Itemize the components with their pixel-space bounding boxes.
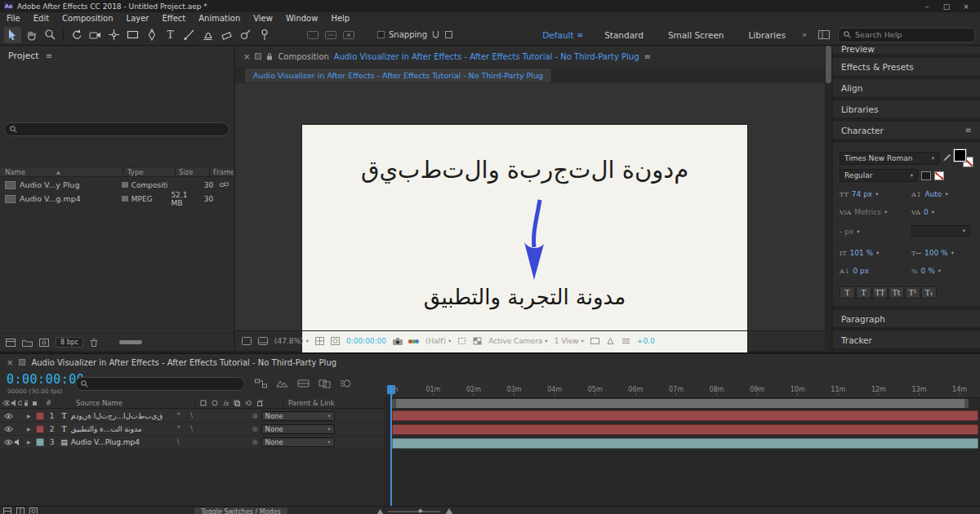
shape-tool[interactable] <box>124 27 141 43</box>
zoom-in-icon[interactable] <box>445 507 453 514</box>
composition-nav-tab[interactable]: Audio Visualizer in After Effects - Afte… <box>245 69 551 82</box>
pen-tool[interactable] <box>143 27 160 43</box>
view-layout-dropdown[interactable]: 1 View ▾ <box>555 337 584 345</box>
eraser-tool[interactable] <box>218 27 235 43</box>
column-header-label-color[interactable] <box>28 401 41 406</box>
type-style-toggle[interactable]: T <box>856 286 871 299</box>
panel-menu-icon[interactable]: ≡ <box>46 51 52 60</box>
project-item-row[interactable]: Audio V...y Plug Composition 30 <box>0 178 234 192</box>
magnification-dropdown[interactable]: (47.8%) ▾ <box>274 337 309 345</box>
workspace-tab[interactable]: Small Screen <box>668 30 728 40</box>
interpret-footage-icon[interactable] <box>6 339 16 347</box>
eye-icon[interactable] <box>3 439 13 445</box>
horizontal-scale-control[interactable]: T↔ 100 % ▾ <box>911 249 954 257</box>
column-header-number[interactable]: # <box>41 399 56 407</box>
layer-color-chip[interactable] <box>36 438 44 446</box>
right-panel-scrollbar[interactable] <box>826 46 831 351</box>
roto-brush-tool[interactable] <box>237 27 254 43</box>
snapshot-camera-icon[interactable] <box>393 338 403 345</box>
current-time-button[interactable]: 0:00:00:00 <box>346 337 386 345</box>
panel-header[interactable]: Align <box>833 79 980 96</box>
playhead[interactable] <box>390 385 392 506</box>
color-depth-button[interactable]: 8 bpc <box>56 337 83 348</box>
panel-menu-icon[interactable]: ≡ <box>965 126 972 135</box>
shy-layers-icon[interactable] <box>297 379 310 388</box>
type-style-toggle[interactable]: T <box>840 286 855 299</box>
transparency-grid-icon[interactable] <box>473 337 482 345</box>
lock-icon[interactable] <box>266 52 273 60</box>
stroke-width-control[interactable]: - px ▾ <box>840 228 859 236</box>
parent-dropdown[interactable]: None ▾ <box>261 411 335 421</box>
composition-viewer[interactable]: م‌د‌و‌ن‌ة ا‌ل‌ت‌ج‌ر‌ب‌ة و‌ا‌ل‌ت‌ط‌ب‌ي‌ق … <box>235 83 825 330</box>
snap-frame-icon[interactable] <box>444 30 453 39</box>
pickwhip-icon[interactable]: ◎ <box>252 425 258 432</box>
resolution-dropdown[interactable]: (Half) ▾ <box>425 337 451 345</box>
zoom-out-icon[interactable] <box>377 508 383 514</box>
parent-dropdown[interactable]: None ▾ <box>261 424 335 434</box>
font-size-control[interactable]: TT 74 px ▾ <box>840 190 878 198</box>
motion-blur-icon[interactable] <box>340 379 352 388</box>
new-composition-icon[interactable] <box>39 339 49 347</box>
type-style-toggle[interactable]: TT <box>872 286 888 299</box>
layer-switches[interactable]: * \ <box>177 412 252 419</box>
exposure-value[interactable]: +0.0 <box>637 337 655 345</box>
timeline-tab[interactable]: × Audio Visualizer in After Effects - Af… <box>0 354 980 370</box>
layer-name[interactable]: ق‌ي‌ب‌ط‌ت‌ل‌ا...ر‌ج‌ت‌ل‌ا ة‌ن‌و‌د‌م <box>71 412 174 420</box>
menu-item[interactable]: Composition <box>56 12 119 24</box>
fill-over-stroke-swatch[interactable] <box>921 171 931 180</box>
type-style-toggle[interactable]: T₁ <box>921 286 937 299</box>
work-area-bar[interactable] <box>392 399 969 408</box>
menu-item[interactable]: Layer <box>120 12 156 24</box>
baseline-shift-control[interactable]: A↓ 0 px <box>840 267 869 275</box>
pan-behind-tool[interactable] <box>105 27 122 43</box>
layer-color-chip[interactable] <box>36 425 44 433</box>
column-header-name[interactable]: Name ▲ <box>0 168 122 176</box>
timeline-layer-row[interactable]: ▶ 2 T مدونة الت...ة والتطبيق * \ ◎ None … <box>0 423 384 436</box>
expand-arrow-icon[interactable]: ▶ <box>27 439 31 445</box>
frame-blending-icon[interactable] <box>318 379 331 388</box>
leading-control[interactable]: A↕ Auto ▾ <box>911 190 948 198</box>
help-search-box[interactable]: Search Help <box>838 28 975 42</box>
layer-switches[interactable]: * \ <box>177 425 252 432</box>
timeline-layer-row[interactable]: ▶ 1 T ق‌ي‌ب‌ط‌ت‌ل‌ا...ر‌ج‌ت‌ل‌ا ة‌ن‌و‌د‌… <box>0 410 384 423</box>
fill-color-swatch[interactable] <box>954 149 966 162</box>
shy-icon[interactable] <box>200 400 207 406</box>
panel-header[interactable]: Effects & Presets <box>833 58 980 75</box>
close-tab-icon[interactable]: × <box>7 358 13 367</box>
vertical-scale-control[interactable]: IT 101 % ▾ <box>840 249 879 257</box>
menu-item[interactable]: Effect <box>155 12 192 24</box>
workspace-icon[interactable] <box>818 30 830 39</box>
scrollbar-thumb[interactable] <box>826 46 831 83</box>
composition-tab-title[interactable]: Audio Visualizer in After Effects - Afte… <box>334 52 639 61</box>
expand-transfer-icon[interactable] <box>16 507 24 514</box>
3d-layer-icon[interactable] <box>256 400 263 406</box>
snapping-checkbox[interactable] <box>377 31 385 38</box>
eye-icon[interactable] <box>3 426 13 432</box>
audio-icon[interactable] <box>11 400 16 406</box>
brush-tool[interactable] <box>180 27 198 43</box>
panel-header-preview[interactable]: Preview <box>833 46 980 54</box>
comp-flowchart-icon[interactable] <box>255 379 267 388</box>
menu-item[interactable]: File <box>0 12 27 24</box>
eyedropper-icon[interactable] <box>942 153 951 163</box>
expand-inout-icon[interactable] <box>29 507 38 514</box>
panel-header[interactable]: Libraries <box>833 100 980 117</box>
menu-item[interactable]: View <box>247 12 279 24</box>
zoom-tool[interactable] <box>42 27 59 43</box>
panel-header[interactable]: Paragraph <box>833 310 980 327</box>
column-header-size[interactable]: Size <box>175 168 209 176</box>
workspace-tab[interactable]: Standard <box>604 30 647 40</box>
fast-previews-icon[interactable] <box>606 337 615 345</box>
type-style-toggle[interactable]: T¹ <box>905 286 920 299</box>
new-folder-icon[interactable] <box>22 339 33 347</box>
menu-item[interactable]: Edit <box>27 12 56 24</box>
timeline-search-box[interactable] <box>75 377 245 391</box>
layer-duration-bar[interactable] <box>392 410 978 421</box>
motion-blur-icon[interactable] <box>245 400 252 406</box>
kerning-control[interactable]: V/A Metrics ▾ <box>840 208 887 216</box>
stroke-style-dropdown[interactable]: ▾ <box>911 225 970 237</box>
current-time-display[interactable]: 0:00:00:00 <box>7 372 84 387</box>
panel-header-character[interactable]: Character ≡ <box>833 122 980 139</box>
snap-magnet-icon[interactable] <box>431 30 440 39</box>
workspace-tab[interactable]: Default ≡ <box>542 30 583 40</box>
